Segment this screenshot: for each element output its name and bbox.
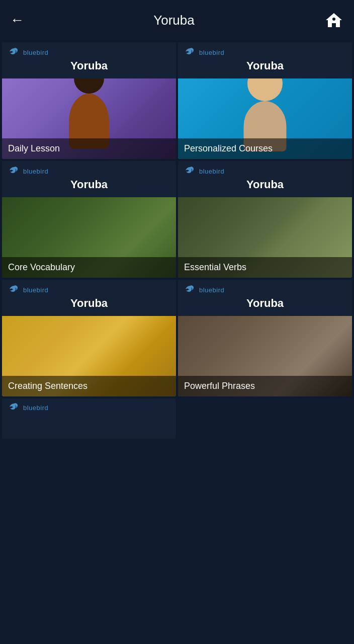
card-label-essential-verbs: Essential Verbs [178, 257, 352, 278]
card-image-powerful-phrases: Powerful Phrases [178, 316, 352, 396]
card-header-personalized-courses: bluebird Yoruba [178, 42, 352, 78]
card-language-daily-lesson: Yoruba [8, 58, 170, 75]
bluebird-text-essential-verbs: bluebird [199, 168, 224, 175]
partial-grid: bluebird [0, 398, 354, 441]
card-powerful-phrases[interactable]: bluebird Yoruba Powerful Phrases [178, 280, 352, 396]
card-language-personalized-courses: Yoruba [184, 58, 346, 75]
card-label-personalized-courses: Personalized Courses [178, 138, 352, 159]
card-language-core-vocabulary: Yoruba [8, 177, 170, 194]
card-language-powerful-phrases: Yoruba [184, 296, 346, 313]
card-creating-sentences[interactable]: bluebird Yoruba Creating Sentences [2, 280, 176, 396]
svg-point-0 [332, 18, 335, 21]
bluebird-text-daily-lesson: bluebird [23, 49, 48, 56]
bird-icon-essential-verbs [184, 166, 196, 176]
bird-icon-daily-lesson [8, 47, 20, 57]
card-label-daily-lesson: Daily Lesson [2, 138, 176, 159]
card-image-core-vocabulary: Core Vocabulary [2, 197, 176, 278]
bluebird-logo-essential-verbs: bluebird [184, 166, 224, 176]
bluebird-logo-core-vocabulary: bluebird [8, 166, 48, 176]
page-title: Yoruba [153, 13, 194, 28]
card-label-creating-sentences: Creating Sentences [2, 376, 176, 396]
bluebird-logo-daily-lesson: bluebird [8, 47, 48, 57]
partial-card-header: bluebird [2, 398, 176, 416]
card-image-daily-lesson: Daily Lesson [2, 78, 176, 159]
bluebird-text-core-vocabulary: bluebird [23, 168, 48, 175]
card-header-essential-verbs: bluebird Yoruba [178, 161, 352, 197]
bird-icon [8, 403, 20, 413]
course-grid: bluebird Yoruba Daily Lesson bluebird Yo… [0, 40, 354, 398]
card-daily-lesson[interactable]: bluebird Yoruba Daily Lesson [2, 42, 176, 159]
bluebird-text-creating-sentences: bluebird [23, 286, 48, 294]
card-header-powerful-phrases: bluebird Yoruba [178, 280, 352, 316]
card-image-personalized-courses: Personalized Courses [178, 78, 352, 159]
header: ← Yoruba [0, 0, 354, 40]
bluebird-text-partial: bluebird [23, 404, 48, 412]
card-language-creating-sentences: Yoruba [8, 296, 170, 313]
card-header-core-vocabulary: bluebird Yoruba [2, 161, 176, 197]
bird-icon-core-vocabulary [8, 166, 20, 176]
card-language-essential-verbs: Yoruba [184, 177, 346, 194]
card-image-essential-verbs: Essential Verbs [178, 197, 352, 278]
card-image-creating-sentences: Creating Sentences [2, 316, 176, 396]
home-button[interactable] [324, 10, 344, 30]
bluebird-logo-powerful-phrases: bluebird [184, 285, 224, 295]
card-label-core-vocabulary: Core Vocabulary [2, 257, 176, 278]
card-partial-left[interactable]: bluebird [2, 398, 176, 439]
bluebird-logo-personalized-courses: bluebird [184, 47, 224, 57]
bluebird-logo-creating-sentences: bluebird [8, 285, 48, 295]
bird-icon-creating-sentences [8, 285, 20, 295]
bluebird-logo: bluebird [8, 403, 48, 413]
card-personalized-courses[interactable]: bluebird Yoruba Personalized Courses [178, 42, 352, 159]
card-label-powerful-phrases: Powerful Phrases [178, 376, 352, 396]
back-button[interactable]: ← [10, 12, 24, 28]
bird-icon-personalized-courses [184, 47, 196, 57]
bluebird-text-powerful-phrases: bluebird [199, 286, 224, 294]
card-core-vocabulary[interactable]: bluebird Yoruba Core Vocabulary [2, 161, 176, 278]
home-icon [325, 11, 343, 29]
bird-icon-powerful-phrases [184, 285, 196, 295]
bluebird-text-personalized-courses: bluebird [199, 49, 224, 56]
card-essential-verbs[interactable]: bluebird Yoruba Essential Verbs [178, 161, 352, 278]
card-header-creating-sentences: bluebird Yoruba [2, 280, 176, 316]
card-header-daily-lesson: bluebird Yoruba [2, 42, 176, 78]
